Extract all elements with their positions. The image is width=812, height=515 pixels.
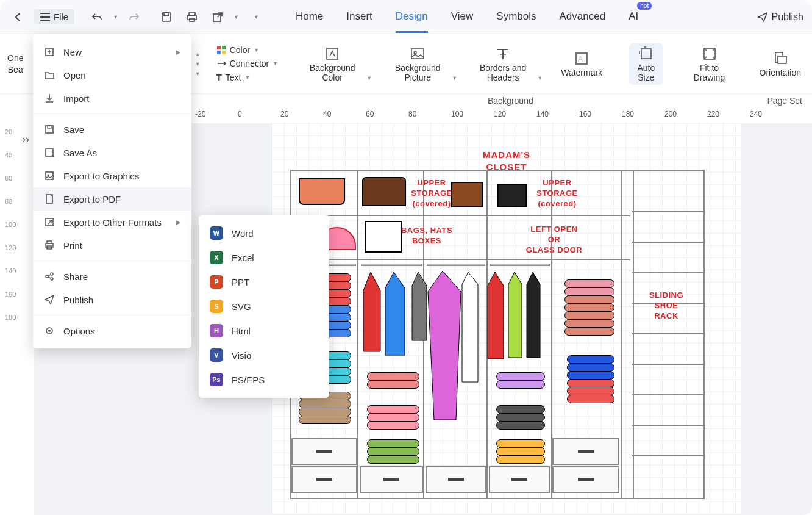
auto-size-button[interactable]: Auto Size: [629, 43, 663, 85]
hamburger-icon: [40, 13, 50, 21]
page-indicator: OneBea: [7, 52, 23, 74]
tab-symbols[interactable]: Symbols: [496, 10, 536, 24]
export-button[interactable]: [208, 7, 227, 27]
tool-down[interactable]: ▼: [195, 61, 201, 67]
svg-point-33: [46, 275, 48, 278]
bg-color-button[interactable]: Background Color▼: [301, 43, 363, 85]
svg-point-35: [51, 278, 53, 280]
orientation-button[interactable]: Orientation: [756, 48, 805, 80]
svg-point-34: [51, 273, 53, 275]
save-button[interactable]: [157, 7, 176, 27]
top-toolbar: File ▼ ▼ ▼ Home Insert Design View Symbo…: [0, 0, 812, 34]
submenu-excel[interactable]: XExcel: [199, 245, 329, 270]
menu-export-other[interactable]: Export to Other Formats▶: [33, 211, 191, 234]
format-group: Color▼ Connector▼ TText▼: [216, 45, 279, 82]
svg-rect-23: [46, 126, 53, 133]
menu-share[interactable]: Share: [33, 265, 191, 288]
svg-rect-1: [164, 13, 169, 16]
fit-drawing-button[interactable]: Fit to Drawing: [686, 43, 733, 85]
file-menu-button[interactable]: File: [34, 9, 74, 24]
menu-export-pdf[interactable]: Export to PDF: [33, 187, 191, 211]
svg-point-37: [48, 330, 51, 332]
menu-import[interactable]: Import: [33, 87, 191, 110]
collapse-sidebar-button[interactable]: ››: [22, 133, 29, 146]
svg-point-15: [414, 51, 416, 54]
redo-button[interactable]: [124, 7, 144, 27]
tab-insert[interactable]: Insert: [346, 10, 372, 24]
svg-text:A: A: [578, 55, 583, 63]
svg-point-27: [48, 175, 49, 176]
publish-label: Publish: [772, 12, 803, 23]
menu-open[interactable]: Open: [33, 63, 191, 87]
svg-rect-11: [217, 51, 221, 54]
text-button[interactable]: TText▼: [216, 72, 279, 82]
tool-selectors: ▲ ▼ ▼: [195, 51, 201, 77]
vertical-ruler: 20406080100120140160180: [5, 128, 18, 321]
menu-print[interactable]: Print: [33, 234, 191, 257]
svg-rect-21: [778, 56, 786, 63]
horizontal-ruler: -20020406080100120140160180200220240: [195, 110, 812, 123]
drawing-page[interactable]: MADAM'SCLOSET UPPERSTORAGE(covered) UPPE…: [272, 123, 741, 514]
menu-new[interactable]: New▶: [33, 40, 191, 63]
tab-view[interactable]: View: [451, 10, 474, 24]
back-button[interactable]: [9, 7, 28, 27]
color-button[interactable]: Color▼: [216, 45, 279, 55]
hanging-clothes: [360, 266, 555, 437]
publish-button[interactable]: Publish: [757, 12, 803, 23]
submenu-ppt[interactable]: PPPT: [199, 270, 329, 294]
watermark-button[interactable]: AWatermark: [557, 48, 606, 80]
svg-rect-13: [327, 48, 338, 59]
tool-up[interactable]: ▲: [195, 51, 201, 57]
svg-rect-14: [411, 49, 424, 59]
tool-more[interactable]: ▼: [195, 71, 201, 77]
more-dropdown[interactable]: ▼: [254, 14, 259, 20]
closet-frame: UPPERSTORAGE(covered) UPPERSTORAGE(cover…: [290, 170, 705, 499]
send-icon: [757, 12, 768, 23]
undo-button[interactable]: [87, 7, 107, 27]
svg-rect-12: [222, 51, 226, 54]
export-format-submenu: WWord XExcel PPPT SSVG HHtml VVisio PsPS…: [199, 215, 329, 398]
submenu-visio[interactable]: VVisio: [199, 343, 329, 367]
menu-publish[interactable]: Publish: [33, 288, 191, 311]
svg-rect-18: [641, 49, 651, 59]
svg-rect-24: [48, 126, 51, 128]
menu-save[interactable]: Save: [33, 118, 191, 141]
svg-rect-0: [162, 13, 171, 21]
submenu-svg[interactable]: SSVG: [199, 294, 329, 319]
bg-picture-button[interactable]: Background Picture▼: [386, 43, 449, 85]
menu-options[interactable]: Options: [33, 319, 191, 342]
page-set-label: Page Set: [767, 96, 802, 106]
svg-rect-3: [188, 15, 196, 20]
undo-dropdown[interactable]: ▼: [113, 14, 118, 20]
submenu-ps[interactable]: PsPS/EPS: [199, 367, 329, 392]
file-label: File: [54, 12, 68, 22]
svg-rect-9: [217, 46, 221, 49]
main-tabs: Home Insert Design View Symbols Advanced…: [296, 10, 638, 24]
borders-button[interactable]: Borders and Headers▼: [472, 43, 534, 85]
submenu-html[interactable]: HHtml: [199, 319, 329, 343]
tab-home[interactable]: Home: [296, 10, 323, 24]
tab-advanced[interactable]: Advanced: [559, 10, 605, 24]
svg-rect-10: [222, 46, 226, 49]
menu-export-graphics[interactable]: Export to Graphics: [33, 164, 191, 187]
print-button[interactable]: [182, 7, 202, 27]
export-dropdown[interactable]: ▼: [233, 14, 239, 20]
submenu-word[interactable]: WWord: [199, 221, 329, 245]
menu-save-as[interactable]: Save As: [33, 141, 191, 164]
file-dropdown-menu: New▶ Open Import Save Save As Export to …: [33, 34, 191, 348]
tab-design[interactable]: Design: [396, 10, 428, 24]
background-group-label: Background: [488, 96, 533, 106]
tab-ai[interactable]: AI: [629, 10, 638, 24]
connector-button[interactable]: Connector▼: [216, 59, 279, 68]
